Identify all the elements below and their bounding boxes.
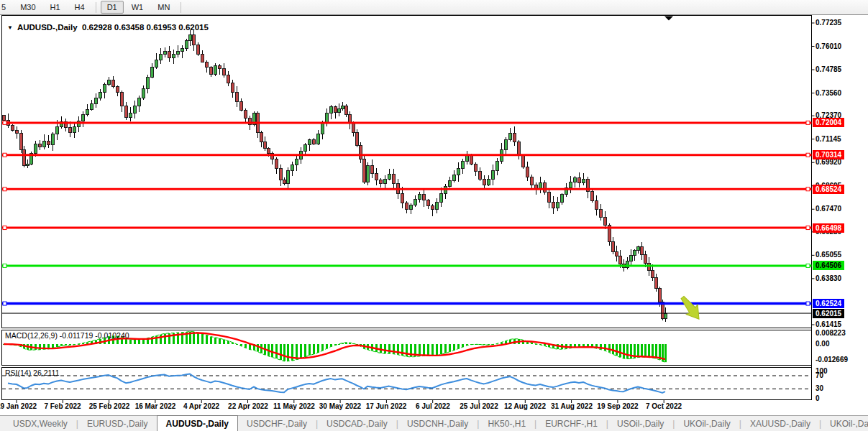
price-tick-label: 0.71145: [816, 136, 841, 143]
toolbar-separator: [96, 2, 96, 13]
chart-canvas[interactable]: [0, 0, 868, 431]
macd-scale-label: 0.00: [816, 340, 829, 348]
rsi-line: [8, 374, 665, 393]
tab-ukoil-daily[interactable]: UKOil-,Daily: [675, 416, 739, 431]
date-axis-label: 11 May 2022: [268, 402, 320, 410]
chart-shift-triangle[interactable]: [664, 17, 673, 21]
tab-ukoil-da[interactable]: UKOil-,Da: [821, 416, 868, 431]
date-axis-label: 25 Jul 2022: [453, 402, 505, 410]
macd-scale-label: 0.008223: [816, 330, 846, 337]
date-axis-label: 19 Sep 2022: [592, 402, 644, 410]
tab-usdcnh-daily[interactable]: USDCNH-,Daily: [398, 416, 477, 431]
chart-title: ▼AUDUSD-,Daily 0.62928 0.63458 0.61953 0…: [7, 23, 209, 32]
horizontal-level-line[interactable]: [2, 226, 812, 230]
price-level-badge: 0.72004: [813, 118, 844, 127]
tab-usoil-daily[interactable]: USOil-,Daily: [608, 416, 672, 431]
timeframe-button-d1[interactable]: D1: [101, 1, 124, 14]
horizontal-level-line[interactable]: [2, 264, 812, 267]
date-axis-label: 22 Apr 2022: [222, 402, 274, 410]
rsi-scale-label: 30: [816, 385, 823, 392]
line-drag-handle[interactable]: [3, 121, 6, 124]
rsi-scale-label: 70: [816, 372, 823, 379]
line-drag-handle[interactable]: [3, 264, 6, 267]
rsi-indicator-label: RSI(14) 26.2111: [5, 369, 60, 377]
horizontal-level-line[interactable]: [2, 153, 812, 157]
price-tick-label: 0.73560: [816, 90, 841, 97]
price-level-badge: 0.66498: [813, 223, 844, 233]
date-axis-label: 7 Oct 2022: [638, 402, 690, 410]
line-drag-handle[interactable]: [806, 226, 810, 230]
date-axis-label: 12 Aug 2022: [499, 402, 551, 410]
chart-tab-bar: USDX,Weekly|EURUSD-,DailyAUDUSD-,DailyUS…: [0, 415, 868, 431]
toolbar-separator: [181, 2, 181, 13]
main-pane-border: [2, 16, 812, 328]
price-tick-label: 0.63830: [816, 275, 841, 282]
price-tick-label: 0.74785: [816, 66, 841, 73]
tab-usdchf-daily[interactable]: USDCHF-,Daily: [238, 416, 316, 431]
down-arrow-annotation[interactable]: [677, 293, 705, 324]
timeframe-button-h1[interactable]: H1: [44, 1, 67, 14]
price-tick-label: 0.77235: [816, 19, 841, 27]
price-level-badge: 0.70314: [813, 150, 844, 159]
line-drag-handle[interactable]: [3, 187, 6, 191]
timeframe-button-mn[interactable]: MN: [151, 1, 176, 14]
current-price-badge: 0.62015: [813, 309, 844, 318]
tab-eurchf-h1[interactable]: EURCHF-,H1: [536, 416, 606, 431]
line-drag-handle[interactable]: [806, 302, 810, 305]
tab-hk50-h1[interactable]: HK50-,H1: [479, 416, 534, 431]
rsi-pane-border: [2, 368, 812, 400]
macd-scale-label: -0.012669: [816, 356, 848, 363]
price-tick-label: 0.65055: [816, 251, 841, 259]
chart-symbol-label: AUDUSD-,Daily: [17, 23, 78, 32]
line-drag-handle[interactable]: [806, 187, 810, 191]
line-drag-handle[interactable]: [806, 121, 810, 124]
macd-indicator-label: MACD(12,26,9) -0.011719 -0.010240: [5, 331, 129, 340]
date-axis-label: 16 Mar 2022: [129, 402, 181, 410]
price-level-badge: 0.68524: [813, 185, 844, 194]
tab-audusd-daily[interactable]: AUDUSD-,Daily: [157, 415, 238, 431]
horizontal-level-line[interactable]: [2, 121, 812, 124]
horizontal-level-line[interactable]: [2, 187, 812, 191]
price-tick-label: 0.76010: [816, 43, 841, 50]
price-tick-label: 0.69920: [816, 159, 841, 166]
timeframe-button-5[interactable]: 5: [0, 1, 12, 14]
line-drag-handle[interactable]: [3, 226, 6, 230]
price-tick-label: 0.61415: [816, 321, 841, 328]
symbol-dropdown-icon[interactable]: ▼: [7, 24, 13, 31]
mt4-chart-window: { "toolbar": { "items": [ {"type":"btn",…: [0, 0, 868, 431]
tab-usdcad-daily[interactable]: USDCAD-,Daily: [318, 416, 396, 431]
tab-eurusd-daily[interactable]: EURUSD-,Daily: [78, 416, 157, 431]
timeframe-button-m30[interactable]: M30: [14, 1, 42, 14]
date-axis-label: 17 Jun 2022: [360, 402, 412, 410]
timeframe-button-h4[interactable]: H4: [68, 1, 91, 14]
candlestick-series: [3, 29, 667, 322]
line-drag-handle[interactable]: [3, 153, 6, 157]
date-axis-label: 4 Apr 2022: [175, 402, 227, 410]
price-level-badge: 0.62524: [813, 299, 844, 308]
price-tick-label: 0.67470: [816, 205, 841, 213]
date-axis-label: 7 Feb 2022: [37, 402, 88, 410]
timeframe-button-w1[interactable]: W1: [125, 1, 150, 14]
tab-usdx-weekly[interactable]: USDX,Weekly: [4, 416, 76, 431]
date-axis-label: 6 Jul 2022: [407, 402, 459, 410]
line-drag-handle[interactable]: [3, 302, 6, 305]
tab-xauusd-daily[interactable]: XAUUSD-,Daily: [741, 416, 819, 431]
date-axis-label: 30 May 2022: [314, 402, 366, 410]
line-drag-handle[interactable]: [806, 153, 810, 157]
date-axis-label: 25 Feb 2022: [83, 402, 135, 410]
chart-ohlc-values: 0.62928 0.63458 0.61953 0.62015: [82, 23, 209, 32]
line-drag-handle[interactable]: [806, 264, 810, 267]
rsi-scale-label: 0: [816, 395, 820, 402]
timeframe-toolbar: 5M30H1H4D1W1MN: [0, 0, 868, 15]
date-axis-label: 31 Aug 2022: [546, 402, 598, 410]
price-level-badge: 0.64506: [813, 261, 844, 270]
